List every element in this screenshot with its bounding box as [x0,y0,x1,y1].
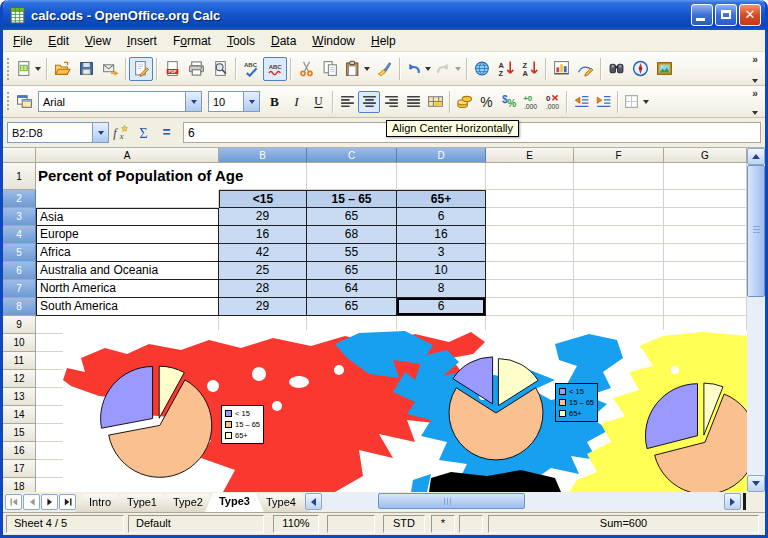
cell-F3[interactable] [574,208,664,226]
cell-B5[interactable]: 42 [219,244,307,262]
menu-format[interactable]: Format [165,32,219,50]
cell-D3[interactable]: 6 [397,208,486,226]
edit-file-button[interactable] [129,57,153,81]
cell-B6[interactable]: 25 [219,262,307,280]
cell-E4[interactable] [486,226,574,244]
row-header-16[interactable]: 16 [3,442,36,460]
cell-A4[interactable]: Europe [36,226,219,244]
split-handle[interactable] [743,493,746,510]
cell-A2[interactable] [36,190,219,208]
cell-C2[interactable]: 15 – 65 [307,190,397,208]
cell-F6[interactable] [574,262,664,280]
styles-window-button[interactable] [13,91,35,113]
vertical-scrollbar[interactable] [747,148,765,492]
cell-E7[interactable] [486,280,574,298]
toolbar-grip[interactable] [6,91,10,112]
bold-button[interactable]: B [263,91,285,113]
cell-B7[interactable]: 28 [219,280,307,298]
horizontal-scroll-thumb[interactable] [378,493,525,509]
spellcheck-button[interactable]: ABC [239,57,263,81]
status-modified-flag[interactable]: * [431,515,455,533]
cell-F7[interactable] [574,280,664,298]
align-left-button[interactable] [336,91,358,113]
row-header-2[interactable]: 2 [3,190,36,208]
cell-A1[interactable]: Percent of Population of Age [36,163,219,190]
row-header-4[interactable]: 4 [3,226,36,244]
paste-button[interactable] [342,57,372,81]
row-header-14[interactable]: 14 [3,406,36,424]
auto-spellcheck-button[interactable]: ABC [263,57,287,81]
print-button[interactable] [184,57,208,81]
navigator-button[interactable] [628,57,652,81]
align-right-button[interactable] [380,91,402,113]
status-insert-mode[interactable]: STD [383,515,425,533]
cell-D1[interactable] [397,163,486,190]
status-zoom[interactable]: 110% [273,515,319,533]
cell-D7[interactable]: 8 [397,280,486,298]
format-paintbrush-button[interactable] [372,57,396,81]
cell-E8[interactable] [486,298,574,316]
standard-format-button[interactable]: $% [497,91,519,113]
row-header-11[interactable]: 11 [3,352,36,370]
email-button[interactable] [98,57,122,81]
delete-decimal-button[interactable]: 0.000 [541,91,563,113]
merge-cells-button[interactable] [424,91,446,113]
save-button[interactable] [74,57,98,81]
cell-F1[interactable] [574,163,664,190]
sum-button[interactable]: Σ [132,122,155,143]
toolbar-overflow-button[interactable]: » [748,88,762,115]
borders-button[interactable] [621,91,651,113]
toolbar-overflow-button[interactable]: » [748,54,762,83]
toolbar-grip[interactable] [6,57,10,80]
menu-help[interactable]: Help [363,32,404,50]
next-sheet-button[interactable] [41,494,58,510]
export-pdf-button[interactable]: PDF [160,57,184,81]
row-header-1[interactable]: 1 [3,163,36,190]
combo-dropdown-button[interactable] [243,92,259,111]
cell-D2[interactable]: 65+ [397,190,486,208]
cell-B2[interactable]: <15 [219,190,307,208]
col-header-D[interactable]: D [397,148,486,163]
horizontal-scrollbar[interactable] [305,493,741,510]
menu-edit[interactable]: Edit [40,32,77,50]
menu-window[interactable]: Window [304,32,363,50]
cell-A3[interactable]: Asia [36,208,219,226]
status-selection-sum[interactable]: Sum=600 [488,515,759,533]
underline-button[interactable]: U [307,91,329,113]
function-wizard-button[interactable]: fx [109,122,132,143]
col-header-F[interactable]: F [574,148,664,163]
add-decimal-button[interactable]: +0.000 [519,91,541,113]
title-bar[interactable]: calc.ods - OpenOffice.org Calc ✕ [3,0,765,30]
first-sheet-button[interactable] [5,494,22,510]
combo-dropdown-button[interactable] [185,92,201,111]
cut-button[interactable] [294,57,318,81]
gallery-button[interactable] [652,57,676,81]
cell-G6[interactable] [664,262,747,280]
row-header-12[interactable]: 12 [3,370,36,388]
currency-button[interactable] [453,91,475,113]
status-page-style[interactable]: Default [128,515,264,533]
row-header-9[interactable]: 9 [3,316,36,334]
cell-G7[interactable] [664,280,747,298]
percent-button[interactable]: % [475,91,497,113]
embedded-chart[interactable]: < 1515 – 6565+< 1515 – 6565+ [63,330,747,492]
row-header-17[interactable]: 17 [3,460,36,478]
previous-sheet-button[interactable] [23,494,40,510]
row-header-18[interactable]: 18 [3,478,36,492]
last-sheet-button[interactable] [59,494,76,510]
cell-A7[interactable]: North America [36,280,219,298]
name-box[interactable]: B2:D8 [7,122,109,143]
scroll-right-button[interactable] [724,493,741,510]
scroll-down-button[interactable] [747,475,765,492]
menu-tools[interactable]: Tools [219,32,263,50]
equals-button[interactable]: = [155,122,178,143]
cell-F5[interactable] [574,244,664,262]
name-box-dropdown[interactable] [92,123,108,142]
row-header-6[interactable]: 6 [3,262,36,280]
new-document-button[interactable] [13,57,43,81]
cell-E3[interactable] [486,208,574,226]
cell-C8[interactable]: 65 [307,298,397,316]
col-header-A[interactable]: A [36,148,219,163]
cell-C7[interactable]: 64 [307,280,397,298]
copy-button[interactable] [318,57,342,81]
